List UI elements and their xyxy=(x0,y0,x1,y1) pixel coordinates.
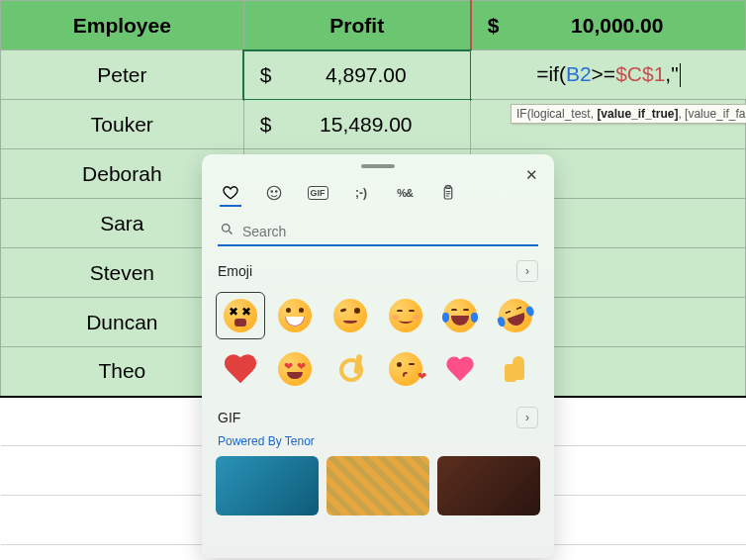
currency-symbol: $ xyxy=(254,113,272,137)
svg-line-9 xyxy=(229,231,232,233)
emoji-red-heart[interactable] xyxy=(216,345,265,393)
chevron-right-icon: › xyxy=(525,411,529,424)
tab-emoji[interactable] xyxy=(263,182,285,204)
profit-value: 4,897.00 xyxy=(326,63,407,86)
formula-suffix: ," xyxy=(665,62,678,85)
svg-point-1 xyxy=(271,191,273,193)
tooltip-bold: [value_if_true] xyxy=(597,107,678,121)
svg-point-0 xyxy=(267,186,281,200)
close-button[interactable]: ✕ xyxy=(520,164,542,186)
currency-symbol: $ xyxy=(254,63,272,87)
search-input[interactable] xyxy=(242,224,536,239)
gif-tile[interactable] xyxy=(326,456,429,515)
emoji-rofl[interactable] xyxy=(491,292,540,339)
gif-more-button[interactable]: › xyxy=(516,407,538,428)
section-gif-label: GIF xyxy=(218,410,240,425)
gif-tile[interactable] xyxy=(437,456,540,515)
tab-kaomoji[interactable]: ;-) xyxy=(350,182,372,204)
header-profit[interactable]: Profit xyxy=(243,1,471,50)
profit-value: 15,489.00 xyxy=(320,113,412,136)
search-icon xyxy=(220,222,234,240)
formula-op: >= xyxy=(592,62,616,85)
header-employee[interactable]: Employee xyxy=(1,1,244,50)
emoji-picker: ✕ GIF ;-) %& Emoji › ✖ ✖ ❤❤ xyxy=(202,154,554,558)
emoji-ok-hand[interactable] xyxy=(326,345,375,393)
emoji-tears-of-joy[interactable] xyxy=(436,292,486,339)
currency-symbol: $ xyxy=(482,14,500,38)
svg-point-2 xyxy=(276,191,278,193)
svg-point-8 xyxy=(223,225,231,233)
cell-profit[interactable]: $ 15,489.00 xyxy=(243,100,471,149)
gif-row xyxy=(202,456,554,515)
emoji-smiling-face[interactable] xyxy=(381,292,430,339)
tooltip-fn: IF(logical_test, xyxy=(516,107,597,121)
threshold-value: 10,000.00 xyxy=(571,14,663,37)
cell-name[interactable]: Peter xyxy=(1,50,244,100)
emoji-tired-face[interactable]: ✖ ✖ xyxy=(216,292,265,339)
emoji-woozy-face[interactable] xyxy=(326,292,375,339)
emoji-grid: ✖ ✖ ❤❤ ❤ xyxy=(202,288,554,403)
cell-profit-selected[interactable]: $ 4,897.00 xyxy=(243,50,471,100)
search-field[interactable] xyxy=(218,218,538,246)
emoji-face-blowing-kiss[interactable]: ❤ xyxy=(381,345,430,393)
emoji-more-button[interactable]: › xyxy=(516,260,538,282)
kaomoji-icon: ;-) xyxy=(355,186,367,200)
cell-name[interactable]: Touker xyxy=(1,100,244,149)
formula-tooltip: IF(logical_test, [value_if_true], [value… xyxy=(511,104,746,124)
tab-symbols[interactable]: %& xyxy=(394,182,416,204)
emoji-thumbs-up[interactable] xyxy=(491,345,540,393)
symbols-icon: %& xyxy=(397,187,413,199)
formula-absref: $C$1 xyxy=(615,62,665,85)
tab-recent[interactable] xyxy=(220,185,241,207)
text-caret xyxy=(680,63,681,87)
tab-clipboard[interactable] xyxy=(437,182,459,204)
tab-gif[interactable]: GIF xyxy=(307,182,328,204)
formula-prefix: =if( xyxy=(536,62,566,85)
emoji-growing-heart[interactable] xyxy=(436,345,486,393)
emoji-heart-eyes[interactable]: ❤❤ xyxy=(271,345,321,393)
emoji-grinning-face[interactable] xyxy=(271,292,321,339)
chevron-right-icon: › xyxy=(525,264,529,278)
picker-tabs: GIF ;-) %& xyxy=(202,168,554,210)
powered-by-tenor[interactable]: Powered By Tenor xyxy=(202,434,554,456)
gif-icon: GIF xyxy=(308,186,328,200)
cell-formula-editing[interactable]: =if(B2>=$C$1," xyxy=(471,50,746,100)
tooltip-rest: , [value_if_fals xyxy=(678,107,746,121)
section-emoji-label: Emoji xyxy=(218,263,252,279)
gif-tile[interactable] xyxy=(216,456,319,515)
formula-ref: B2 xyxy=(566,62,592,85)
header-threshold[interactable]: $ 10,000.00 xyxy=(471,1,746,50)
